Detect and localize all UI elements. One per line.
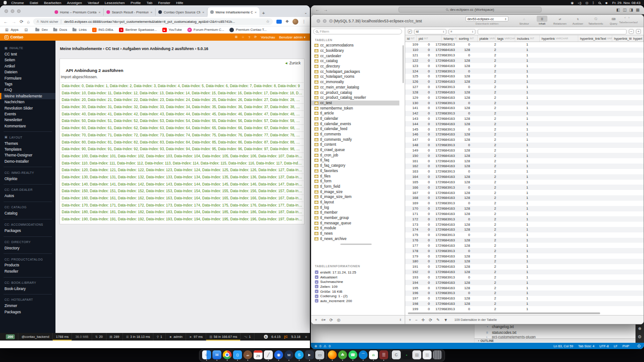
sidebar-item[interactable] (4, 253, 52, 254)
grid-row[interactable]: 150 0 1729684163 128 2 1 (405, 153, 644, 158)
debug-toolbar-item[interactable]: ⇅ 20 (92, 333, 106, 341)
grid-row[interactable]: 146 0 1729684163 128 2 1 (405, 132, 644, 137)
add-filter-button[interactable]: + (636, 29, 641, 34)
grid-row[interactable]: 125 0 1729684163 128 2 1 (405, 74, 644, 79)
grid-column-header[interactable]: hyperlink VARCHAR (540, 35, 578, 42)
table-list-item[interactable]: tl_content (311, 142, 399, 147)
grid-row[interactable]: 128 0 1729684163 128 2 1 (405, 89, 644, 95)
grid-row[interactable]: 149 0 1729684163 128 2 1 (405, 148, 644, 153)
favorites-icon[interactable]: ☆ (242, 35, 244, 39)
contao-logo[interactable]: CContao (4, 35, 23, 39)
grid-column-header[interactable]: ptable VARCHAR (478, 35, 496, 42)
table-list-item[interactable]: tl_news_archive (311, 236, 399, 241)
security-chip[interactable]: ⚠Nicht sicher (36, 20, 61, 24)
dock-item[interactable]: ⌒ (359, 350, 368, 361)
table-list-item[interactable]: cc_immorealty (311, 80, 399, 85)
grid-row[interactable]: 191 0 1729684163 128 2 1 (405, 264, 644, 269)
sidebar-item[interactable] (4, 219, 52, 219)
help-icon[interactable]: ? (248, 36, 250, 39)
table-list-item[interactable]: tl_calendar_events (311, 121, 399, 126)
table-list-item[interactable]: tl_files (311, 173, 399, 179)
debug-toolbar-item[interactable]: 36.0 MiB (72, 333, 92, 341)
table-list-item[interactable]: tl_crawl_queue (311, 147, 399, 153)
grid-row[interactable]: 193 0 1729683913 0 2 1 (405, 274, 644, 280)
user-menu[interactable]: Benutzer admin ▾ (279, 35, 305, 39)
dock-item[interactable]: ☰ (379, 350, 388, 361)
grid-row[interactable]: 194 0 1729684163 128 2 1 (405, 280, 644, 285)
sidebar-item[interactable] (4, 294, 52, 295)
grid-row[interactable]: 141 0 1729684163 128 2 1 (405, 105, 644, 111)
breadcrumb[interactable]: Meine Inhaltselemente › CC test › Aufgab… (55, 41, 310, 51)
table-list-item[interactable]: cc_directory (311, 64, 399, 69)
toggle-sidebar-icon[interactable]: ◧ (616, 8, 620, 12)
grid-row[interactable]: 121 0 1729683913 0 2 1 (405, 53, 644, 58)
table-list-item[interactable]: cc_booklibrary (311, 48, 399, 54)
grid-row[interactable]: 197 0 1729684163 128 2 1 (405, 296, 644, 301)
apps-icon[interactable]: ⊞ (235, 35, 237, 39)
notifications-bell-icon[interactable] (638, 345, 640, 347)
status-bar-item[interactable]: LF (614, 344, 618, 348)
sidebar-item[interactable]: Seiten (0, 57, 55, 63)
toolbar-tab[interactable]: ⇄ Relationen (552, 16, 568, 25)
disclosure-icon[interactable]: ▸ (315, 275, 318, 279)
filter-checkbox[interactable]: ✓ (408, 29, 412, 34)
grid-row[interactable]: 143 0 1729684163 128 2 1 (405, 116, 644, 122)
dock-item[interactable]: 29 (254, 350, 263, 361)
delete-row-icon[interactable]: − (415, 318, 417, 322)
disclosure-icon[interactable]: ▸ (315, 299, 318, 303)
dock-item[interactable]: ılı (369, 350, 378, 361)
remove-filter-button[interactable]: − (629, 29, 634, 34)
toolbar-tab[interactable]: ↯ Auslöser (570, 16, 586, 25)
menu-item[interactable]: Datei (30, 1, 38, 5)
menu-clock[interactable]: Fr. 29. Nov. 08:43 (612, 1, 640, 5)
table-list-item[interactable]: tl_calendar_feed (311, 126, 399, 132)
grid-row[interactable]: 199 0 1729683913 0 2 1 (405, 306, 644, 311)
grid-row[interactable]: 144 0 1729684163 128 2 1 (405, 121, 644, 126)
vscode-file-item[interactable]: ≡ statuscodes.txt (475, 330, 636, 336)
table-list-item[interactable]: cc_product_catalog_reseller (311, 95, 399, 101)
add-row-icon[interactable]: + (409, 318, 411, 322)
tab-close-icon[interactable]: × (254, 10, 257, 14)
sidebar-scrollbar[interactable] (402, 45, 404, 83)
grid-row[interactable]: 162 0 1729684163 128 2 1 (405, 164, 644, 169)
sidebar-item[interactable]: Packages (0, 227, 55, 233)
grid-row[interactable]: 176 0 1729684163 128 2 1 (405, 238, 644, 243)
dock-item[interactable] (390, 351, 390, 360)
vscode-back-icon[interactable]: ← (315, 7, 320, 12)
table-history[interactable]: ‹› Tabellenverlauf (617, 16, 640, 24)
vscode-outline-section[interactable]: › OUTLINE (475, 338, 636, 343)
home-icon[interactable]: ⌂ (27, 19, 30, 24)
grid-row[interactable]: 173 0 1729684163 128 2 1 (405, 222, 644, 227)
debug-toolbar-item[interactable]: ► 97 ms (186, 333, 206, 341)
table-list-item[interactable]: tl_news (311, 231, 399, 236)
toolbar-tab[interactable]: ⓘ Tabelleninfo (588, 16, 604, 25)
grid-column-header[interactable]: tstamp INT (442, 35, 457, 42)
table-list-item[interactable]: cc_product_catalog (311, 90, 399, 95)
filter-funnel-icon[interactable]: ▼ (444, 318, 448, 322)
close-window-icon[interactable] (4, 9, 8, 13)
dock-item[interactable]: C (392, 350, 401, 361)
sidebar-item[interactable]: Catalog (0, 210, 55, 216)
tab-search-icon[interactable]: ⌄ (304, 11, 307, 15)
bookmark-item[interactable]: ⊟ (24, 28, 30, 32)
quicklook-icon[interactable]: ◎ (337, 318, 340, 322)
dock-item[interactable]: S (295, 350, 304, 361)
sidebar-item[interactable] (4, 277, 52, 278)
vscode-title-bar[interactable]: ← → dev.eclipsex-cc (Workspace) ◧ ◫ ◨ ▦ (311, 5, 644, 14)
sidebar-item[interactable] (4, 167, 52, 167)
refresh-icon[interactable]: ⟳ (254, 35, 257, 39)
profile-avatar[interactable] (292, 19, 298, 25)
grid-row[interactable]: 169 0 1729683913 0 2 1 (405, 201, 644, 206)
dock-item[interactable] (326, 351, 326, 360)
debug-toolbar-item[interactable]: 200 (3, 333, 18, 341)
grid-row[interactable]: 126 0 1729684163 128 2 1 (405, 79, 644, 84)
grid-row[interactable]: 165 0 1729684163 128 2 1 (405, 180, 644, 185)
grid-row[interactable]: 142 0 1729683913 0 2 1 (405, 111, 644, 116)
sidebar-item[interactable]: Templates (0, 146, 55, 152)
dock-item[interactable]: ▭ (315, 350, 324, 361)
debug-toolbar-item[interactable]: ▤ 289 (106, 333, 123, 341)
minimize-window-icon[interactable] (323, 19, 326, 23)
volume-icon[interactable]: ◁) (578, 1, 581, 5)
grid-row[interactable]: 180 0 1729684163 128 2 1 (405, 259, 644, 264)
back-icon[interactable]: ← (4, 19, 8, 24)
